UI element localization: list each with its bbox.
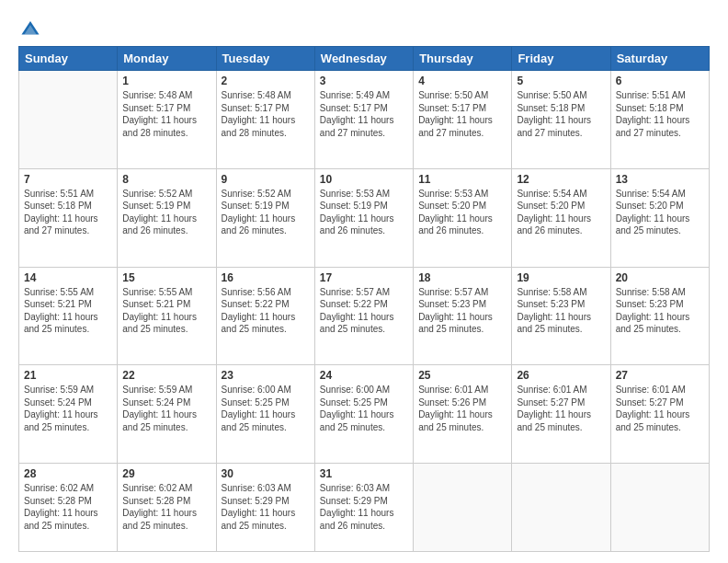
day-info: Sunrise: 5:54 AM Sunset: 5:20 PM Dayligh… [616,188,704,237]
day-number: 2 [222,75,310,87]
calendar-cell [610,464,709,552]
calendar-cell: 15Sunrise: 5:55 AM Sunset: 5:21 PM Dayli… [118,267,216,365]
calendar-cell: 25Sunrise: 6:01 AM Sunset: 5:26 PM Dayli… [414,365,512,464]
day-info: Sunrise: 5:54 AM Sunset: 5:20 PM Dayligh… [517,188,605,237]
calendar-cell: 17Sunrise: 5:57 AM Sunset: 5:22 PM Dayli… [314,267,413,365]
day-number: 22 [122,369,210,382]
day-number: 27 [616,369,704,382]
day-info: Sunrise: 6:01 AM Sunset: 5:27 PM Dayligh… [616,384,704,433]
calendar-cell [414,464,512,552]
calendar-cell [512,464,610,552]
calendar-cell: 1Sunrise: 5:48 AM Sunset: 5:17 PM Daylig… [118,71,216,169]
calendar-cell: 9Sunrise: 5:52 AM Sunset: 5:19 PM Daylig… [216,168,314,267]
day-number: 6 [616,75,704,87]
calendar-cell: 20Sunrise: 5:58 AM Sunset: 5:23 PM Dayli… [610,267,709,365]
day-number: 10 [320,173,408,186]
weekday-header-tuesday: Tuesday [216,47,314,71]
calendar-cell: 19Sunrise: 5:58 AM Sunset: 5:23 PM Dayli… [512,267,610,365]
calendar-cell: 21Sunrise: 5:59 AM Sunset: 5:24 PM Dayli… [19,365,118,464]
weekday-header-saturday: Saturday [610,47,709,71]
day-info: Sunrise: 5:48 AM Sunset: 5:17 PM Dayligh… [222,89,310,139]
day-info: Sunrise: 6:03 AM Sunset: 5:29 PM Dayligh… [320,482,408,532]
day-info: Sunrise: 5:51 AM Sunset: 5:18 PM Dayligh… [616,89,704,139]
calendar-cell: 3Sunrise: 5:49 AM Sunset: 5:17 PM Daylig… [314,71,413,169]
day-info: Sunrise: 5:56 AM Sunset: 5:22 PM Dayligh… [222,286,310,336]
day-info: Sunrise: 6:03 AM Sunset: 5:29 PM Dayligh… [222,482,310,532]
calendar-cell: 29Sunrise: 6:02 AM Sunset: 5:28 PM Dayli… [118,464,216,552]
day-number: 18 [418,271,506,284]
calendar-cell: 12Sunrise: 5:54 AM Sunset: 5:20 PM Dayli… [512,168,610,267]
calendar-row-1: 7Sunrise: 5:51 AM Sunset: 5:18 PM Daylig… [19,168,710,267]
calendar-cell: 28Sunrise: 6:02 AM Sunset: 5:28 PM Dayli… [19,464,118,552]
calendar-cell: 4Sunrise: 5:50 AM Sunset: 5:17 PM Daylig… [414,71,512,169]
weekday-header-monday: Monday [118,47,216,71]
day-number: 25 [418,369,506,382]
calendar-cell: 23Sunrise: 6:00 AM Sunset: 5:25 PM Dayli… [216,365,314,464]
day-number: 7 [24,173,112,186]
day-number: 31 [320,467,408,480]
day-info: Sunrise: 5:55 AM Sunset: 5:21 PM Dayligh… [24,286,112,336]
day-number: 5 [517,75,605,87]
day-number: 3 [320,75,408,87]
day-number: 15 [122,271,210,284]
calendar-cell: 5Sunrise: 5:50 AM Sunset: 5:18 PM Daylig… [512,71,610,169]
weekday-header-wednesday: Wednesday [314,47,413,71]
day-number: 9 [222,173,310,186]
day-info: Sunrise: 5:57 AM Sunset: 5:23 PM Dayligh… [418,286,506,336]
calendar-cell: 30Sunrise: 6:03 AM Sunset: 5:29 PM Dayli… [216,464,314,552]
page: SundayMondayTuesdayWednesdayThursdayFrid… [0,0,728,563]
day-number: 28 [24,467,112,480]
day-info: Sunrise: 6:00 AM Sunset: 5:25 PM Dayligh… [222,384,310,433]
weekday-header-friday: Friday [512,47,610,71]
day-info: Sunrise: 6:01 AM Sunset: 5:26 PM Dayligh… [418,384,506,433]
day-number: 24 [320,369,408,382]
day-number: 16 [222,271,310,284]
calendar-cell: 2Sunrise: 5:48 AM Sunset: 5:17 PM Daylig… [216,71,314,169]
day-info: Sunrise: 5:52 AM Sunset: 5:19 PM Dayligh… [122,188,210,237]
day-number: 8 [122,173,210,186]
day-info: Sunrise: 5:57 AM Sunset: 5:22 PM Dayligh… [320,286,408,336]
day-info: Sunrise: 6:02 AM Sunset: 5:28 PM Dayligh… [122,482,210,532]
day-number: 29 [122,467,210,480]
day-info: Sunrise: 6:01 AM Sunset: 5:27 PM Dayligh… [517,384,605,433]
day-info: Sunrise: 6:02 AM Sunset: 5:28 PM Dayligh… [24,482,112,532]
calendar-cell: 8Sunrise: 5:52 AM Sunset: 5:19 PM Daylig… [118,168,216,267]
day-number: 11 [418,173,506,186]
day-number: 1 [122,75,210,87]
day-info: Sunrise: 5:48 AM Sunset: 5:17 PM Dayligh… [122,89,210,139]
weekday-header-row: SundayMondayTuesdayWednesdayThursdayFrid… [19,47,710,71]
day-info: Sunrise: 5:59 AM Sunset: 5:24 PM Dayligh… [24,384,112,433]
calendar-cell: 10Sunrise: 5:53 AM Sunset: 5:19 PM Dayli… [314,168,413,267]
day-info: Sunrise: 5:50 AM Sunset: 5:18 PM Dayligh… [517,89,605,139]
calendar-cell: 22Sunrise: 5:59 AM Sunset: 5:24 PM Dayli… [118,365,216,464]
day-info: Sunrise: 5:53 AM Sunset: 5:20 PM Dayligh… [418,188,506,237]
calendar-cell: 6Sunrise: 5:51 AM Sunset: 5:18 PM Daylig… [610,71,709,169]
calendar-row-2: 14Sunrise: 5:55 AM Sunset: 5:21 PM Dayli… [19,267,710,365]
day-info: Sunrise: 5:58 AM Sunset: 5:23 PM Dayligh… [616,286,704,336]
calendar-cell: 31Sunrise: 6:03 AM Sunset: 5:29 PM Dayli… [314,464,413,552]
day-number: 26 [517,369,605,382]
calendar-cell: 11Sunrise: 5:53 AM Sunset: 5:20 PM Dayli… [414,168,512,267]
day-number: 20 [616,271,704,284]
weekday-header-sunday: Sunday [19,47,118,71]
day-info: Sunrise: 5:55 AM Sunset: 5:21 PM Dayligh… [122,286,210,336]
calendar-cell: 26Sunrise: 6:01 AM Sunset: 5:27 PM Dayli… [512,365,610,464]
day-number: 17 [320,271,408,284]
calendar-cell: 14Sunrise: 5:55 AM Sunset: 5:21 PM Dayli… [19,267,118,365]
calendar-cell: 27Sunrise: 6:01 AM Sunset: 5:27 PM Dayli… [610,365,709,464]
day-info: Sunrise: 5:53 AM Sunset: 5:19 PM Dayligh… [320,188,408,237]
calendar-row-0: 1Sunrise: 5:48 AM Sunset: 5:17 PM Daylig… [19,71,710,169]
calendar-cell: 18Sunrise: 5:57 AM Sunset: 5:23 PM Dayli… [414,267,512,365]
calendar-cell: 24Sunrise: 6:00 AM Sunset: 5:25 PM Dayli… [314,365,413,464]
day-info: Sunrise: 5:49 AM Sunset: 5:17 PM Dayligh… [320,89,408,139]
logo-icon [20,18,40,39]
day-info: Sunrise: 5:59 AM Sunset: 5:24 PM Dayligh… [122,384,210,433]
day-number: 30 [222,467,310,480]
day-number: 19 [517,271,605,284]
day-info: Sunrise: 5:58 AM Sunset: 5:23 PM Dayligh… [517,286,605,336]
weekday-header-thursday: Thursday [414,47,512,71]
calendar-table: SundayMondayTuesdayWednesdayThursdayFrid… [18,46,710,552]
day-info: Sunrise: 6:00 AM Sunset: 5:25 PM Dayligh… [320,384,408,433]
day-number: 4 [418,75,506,87]
day-number: 13 [616,173,704,186]
